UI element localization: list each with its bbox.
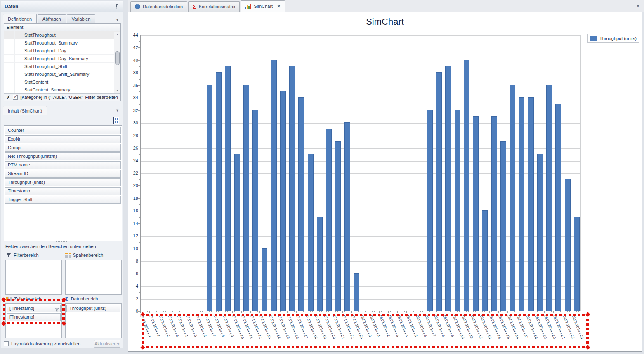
- field-item[interactable]: ExpNr: [5, 135, 121, 143]
- tab-variablen[interactable]: Variablen: [67, 14, 96, 23]
- x-axis-tick: [333, 311, 333, 313]
- y-axis-minor-tick: [139, 230, 140, 230]
- funnel-icon[interactable]: [55, 307, 59, 310]
- bar: [574, 217, 580, 311]
- list-item[interactable]: StatThroughput: [4, 31, 120, 39]
- field-item[interactable]: Net Throughput (units/h): [5, 152, 121, 160]
- x-axis-minor-tick: [294, 311, 295, 312]
- x-axis-minor-tick: [441, 311, 441, 312]
- field-chooser-icon[interactable]: [113, 117, 119, 124]
- list-item[interactable]: StatContent: [4, 78, 120, 86]
- y-axis-tick: [138, 299, 140, 299]
- close-icon[interactable]: ✕: [277, 4, 281, 9]
- x-axis-minor-tick: [262, 311, 262, 312]
- y-axis-tick-label: 36: [128, 83, 138, 88]
- x-axis-tick: [489, 311, 490, 313]
- x-axis-minor-tick: [567, 311, 568, 312]
- data-area-box[interactable]: Throughput (units): [65, 303, 122, 338]
- field-item[interactable]: PTM name: [5, 161, 121, 169]
- panel-title: Daten: [5, 4, 114, 9]
- field-item[interactable]: Trigger Shift: [5, 196, 121, 204]
- tab-korrelationsmatrix[interactable]: Σ Korrelationsmatrix: [188, 1, 240, 12]
- bar: [225, 66, 231, 311]
- x-axis-minor-tick: [179, 311, 180, 312]
- x-axis-minor-tick: [551, 311, 552, 312]
- y-axis-minor-tick: [139, 91, 140, 92]
- x-axis-tick: [205, 311, 205, 313]
- columns-area-box[interactable]: [65, 260, 122, 295]
- x-axis-minor-tick: [413, 311, 414, 312]
- y-axis-tick: [138, 261, 140, 261]
- field-item[interactable]: Stream ID: [5, 170, 121, 178]
- x-axis-tick: [214, 311, 214, 313]
- rows-area-header: Zeilenbereich: [6, 295, 41, 302]
- filter-area-box[interactable]: [5, 260, 62, 295]
- y-axis-minor-tick: [139, 280, 140, 280]
- gridline: [141, 61, 580, 61]
- tab-inhalt-simchart[interactable]: Inhalt (SimChart): [3, 106, 47, 115]
- rows-area-label: Zeilenbereich: [14, 296, 41, 301]
- tab-definitionen[interactable]: Definitionen: [3, 14, 37, 23]
- definition-tabs: Definitionen Abfragen Variablen: [3, 14, 121, 23]
- x-axis-minor-tick: [491, 311, 492, 312]
- chevron-down-icon[interactable]: ▼: [116, 108, 119, 113]
- x-axis-minor-tick: [198, 311, 198, 312]
- y-axis-tick: [138, 35, 140, 35]
- pin-icon[interactable]: [114, 4, 119, 9]
- list-item[interactable]: StatThroughput_Summary: [4, 39, 120, 47]
- element-column-header[interactable]: Element: [4, 24, 120, 31]
- scrollbar-thumb[interactable]: [115, 51, 120, 65]
- x-axis-minor-tick: [189, 311, 189, 312]
- row-area-field[interactable]: [Timestamp]: [7, 305, 61, 312]
- layout-update-checkbox[interactable]: [4, 341, 9, 346]
- update-button[interactable]: Aktualisieren: [94, 340, 120, 348]
- x-axis-tick: [342, 311, 343, 313]
- chevron-down-icon[interactable]: ▼: [636, 4, 640, 8]
- x-axis-minor-tick: [542, 311, 542, 312]
- tab-simchart[interactable]: SimChart ✕: [241, 0, 285, 12]
- x-axis-minor-tick: [280, 311, 281, 312]
- x-axis-minor-tick: [218, 311, 219, 312]
- x-axis-minor-tick: [267, 311, 267, 312]
- filter-checkbox[interactable]: [13, 95, 18, 100]
- field-item[interactable]: Counter: [5, 127, 121, 134]
- list-item[interactable]: StatContent_Summary: [4, 86, 120, 93]
- y-axis-tick: [138, 223, 140, 224]
- y-axis-tick: [138, 236, 140, 236]
- tab-datenbankdefinition[interactable]: Datenbankdefinition: [130, 1, 187, 12]
- y-axis-tick-label: 14: [128, 221, 138, 226]
- field-item[interactable]: Throughput (units): [5, 178, 121, 186]
- bar: [262, 248, 267, 311]
- row-area-field[interactable]: [Timestamp]: [7, 313, 61, 321]
- x-axis-tick: [186, 311, 186, 313]
- list-item[interactable]: StatThroughput_Day: [4, 47, 120, 55]
- list-item[interactable]: StatThroughput_Day_Summary: [4, 55, 120, 63]
- chevron-down-icon[interactable]: ▼: [116, 18, 119, 22]
- field-item[interactable]: Timestamp: [5, 187, 121, 195]
- x-axis-minor-tick: [301, 311, 301, 312]
- x-axis-minor-tick: [145, 311, 145, 312]
- field-item[interactable]: Group: [5, 144, 121, 152]
- scroll-down-icon[interactable]: ▼: [115, 88, 120, 94]
- bar: [207, 85, 212, 311]
- list-item[interactable]: StatThroughput_Shift_Summary: [4, 70, 120, 78]
- bar: [243, 85, 249, 311]
- edit-filter-link[interactable]: Filter bearbeiten: [85, 95, 118, 100]
- splitter-handle[interactable]: [56, 241, 68, 242]
- list-item[interactable]: StatThroughput_Shift: [4, 63, 120, 70]
- data-panel: Daten Definitionen Abfragen Variablen ▼ …: [1, 1, 123, 348]
- data-area-label: Datenbereich: [71, 296, 98, 301]
- y-axis-minor-tick: [139, 66, 140, 67]
- y-axis-tick-label: 30: [128, 120, 138, 125]
- x-axis-tick: [177, 311, 177, 313]
- rows-area-box[interactable]: [Timestamp][Timestamp]: [5, 303, 62, 338]
- scroll-up-icon[interactable]: ▲: [115, 32, 120, 38]
- remove-filter-icon[interactable]: ✗: [7, 95, 10, 100]
- tab-abfragen[interactable]: Abfragen: [38, 14, 66, 23]
- scrollbar[interactable]: ▲ ▼: [114, 32, 120, 94]
- x-axis-minor-tick: [243, 311, 244, 312]
- y-axis-tick-label: 24: [128, 158, 138, 163]
- y-axis-tick-label: 34: [128, 95, 138, 100]
- data-area-field[interactable]: Throughput (units): [66, 305, 120, 312]
- x-axis-minor-tick: [446, 311, 446, 312]
